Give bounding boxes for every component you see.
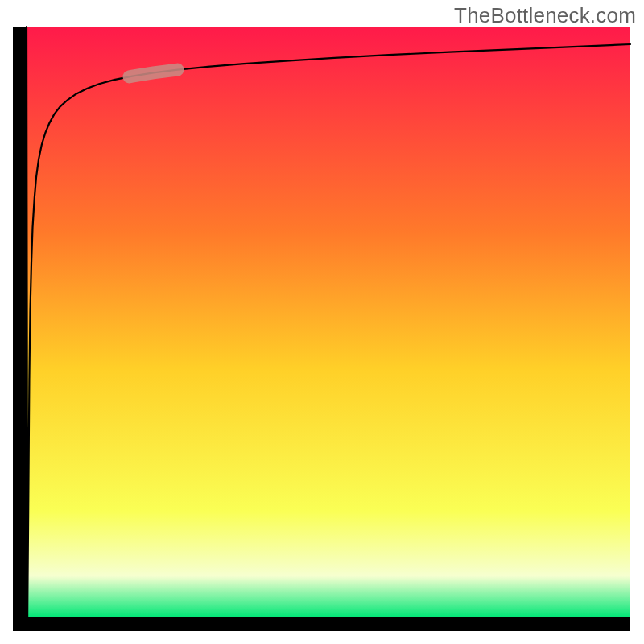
watermark-label: TheBottleneck.com — [454, 3, 636, 28]
chart-container: TheBottleneck.com — [0, 0, 644, 644]
curve-marker — [130, 70, 178, 77]
plot-background — [27, 27, 630, 617]
y-axis — [13, 27, 27, 617]
chart-svg — [0, 0, 644, 644]
x-axis — [13, 617, 630, 631]
